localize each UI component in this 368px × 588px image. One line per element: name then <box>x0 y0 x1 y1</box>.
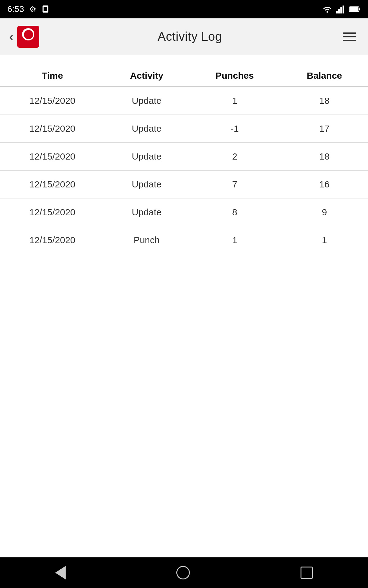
cell-activity: Update <box>105 143 189 171</box>
col-balance: Balance <box>281 64 368 87</box>
cell-activity: Update <box>105 198 189 226</box>
header-row: Time Activity Punches Balance <box>0 64 368 87</box>
app-logo <box>17 26 39 48</box>
nav-back-button[interactable] <box>43 562 78 583</box>
settings-icon: ⚙ <box>29 5 36 14</box>
table-row: 12/15/2020Update218 <box>0 143 368 171</box>
table-row: 12/15/2020Update-117 <box>0 115 368 143</box>
col-activity: Activity <box>105 64 189 87</box>
status-bar: 6:53 ⚙ <box>0 0 368 18</box>
table-row: 12/15/2020Punch11 <box>0 226 368 254</box>
svg-point-2 <box>327 11 328 13</box>
cell-activity: Update <box>105 115 189 143</box>
cell-punches: 8 <box>189 198 281 226</box>
svg-rect-5 <box>340 7 342 13</box>
cell-time: 12/15/2020 <box>0 143 105 171</box>
cell-punches: 7 <box>189 171 281 198</box>
nav-recents-button[interactable] <box>288 563 325 582</box>
back-triangle-icon <box>55 566 66 579</box>
cell-activity: Update <box>105 171 189 198</box>
cell-balance: 1 <box>281 226 368 254</box>
activity-table: Time Activity Punches Balance 12/15/2020… <box>0 64 368 254</box>
wifi-icon <box>322 5 332 13</box>
cell-time: 12/15/2020 <box>0 87 105 115</box>
sim-icon <box>41 4 50 14</box>
table-row: 12/15/2020Update716 <box>0 171 368 198</box>
table-body: 12/15/2020Update11812/15/2020Update-1171… <box>0 87 368 254</box>
nav-home-button[interactable] <box>164 562 202 583</box>
main-content: Time Activity Punches Balance 12/15/2020… <box>0 55 368 557</box>
toolbar: ‹ Activity Log <box>0 18 368 55</box>
svg-rect-3 <box>336 11 338 13</box>
status-right <box>322 5 361 13</box>
menu-line-2 <box>343 36 356 37</box>
toolbar-left: ‹ <box>9 26 39 48</box>
svg-rect-9 <box>359 8 360 10</box>
recents-square-icon <box>301 567 313 579</box>
cell-time: 12/15/2020 <box>0 198 105 226</box>
cell-punches: 2 <box>189 143 281 171</box>
cell-balance: 18 <box>281 87 368 115</box>
table-header: Time Activity Punches Balance <box>0 64 368 87</box>
signal-icon <box>336 5 345 13</box>
page-title: Activity Log <box>158 30 222 43</box>
cell-punches: 1 <box>189 87 281 115</box>
cell-activity: Update <box>105 87 189 115</box>
cell-punches: -1 <box>189 115 281 143</box>
table-row: 12/15/2020Update89 <box>0 198 368 226</box>
svg-rect-4 <box>338 9 340 13</box>
menu-line-3 <box>343 40 356 41</box>
svg-rect-6 <box>343 6 344 13</box>
status-left: 6:53 ⚙ <box>7 4 50 14</box>
cell-punches: 1 <box>189 226 281 254</box>
svg-rect-8 <box>350 7 358 11</box>
col-punches: Punches <box>189 64 281 87</box>
battery-icon <box>349 6 361 13</box>
cell-time: 12/15/2020 <box>0 171 105 198</box>
cell-time: 12/15/2020 <box>0 226 105 254</box>
table-row: 12/15/2020Update118 <box>0 87 368 115</box>
cell-balance: 18 <box>281 143 368 171</box>
cell-balance: 9 <box>281 198 368 226</box>
status-time: 6:53 <box>7 4 24 14</box>
cell-balance: 17 <box>281 115 368 143</box>
col-time: Time <box>0 64 105 87</box>
cell-time: 12/15/2020 <box>0 115 105 143</box>
svg-rect-1 <box>44 7 47 11</box>
menu-line-1 <box>343 32 356 34</box>
back-button[interactable]: ‹ <box>9 30 13 43</box>
cell-balance: 16 <box>281 171 368 198</box>
home-circle-icon <box>176 566 190 579</box>
nav-bar <box>0 557 368 588</box>
menu-button[interactable] <box>340 30 359 43</box>
cell-activity: Punch <box>105 226 189 254</box>
